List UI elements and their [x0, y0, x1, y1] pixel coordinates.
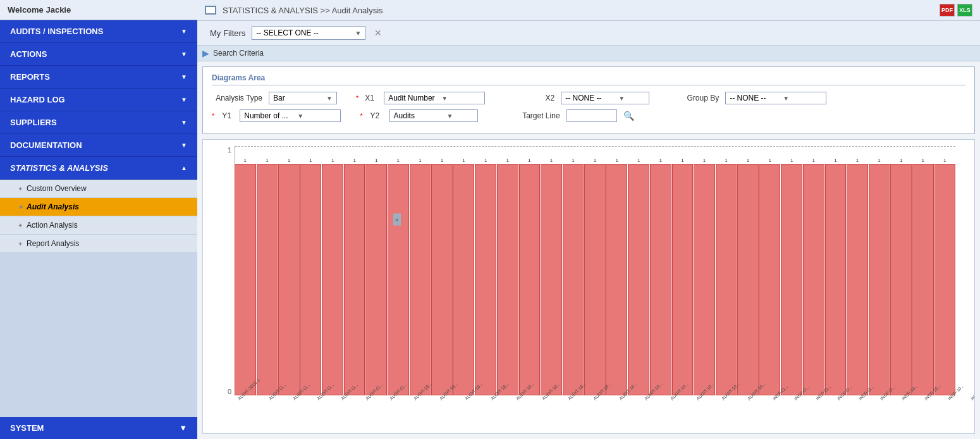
filter-clear-button[interactable]: ✕ — [374, 28, 382, 38]
x-label-wrapper: INSP-10... — [898, 398, 921, 402]
sidebar-header: Welcome Jackie — [0, 0, 197, 20]
sidebar-item-hazard[interactable]: HAZARD LOG ▼ — [0, 89, 197, 111]
x-label-wrapper: INSP-10... — [967, 398, 975, 402]
chevron-icon: ▼ — [181, 51, 187, 58]
bullet-icon: ✦ — [18, 204, 23, 211]
x-label-wrapper: AUDIT-10... — [641, 398, 667, 402]
x-label-wrapper: INSP-O... — [877, 398, 898, 402]
breadcrumb: STATISTICS & ANALYSIS >> Audit Analysis — [205, 6, 383, 15]
sidebar-item-reports[interactable]: REPORTS ▼ — [0, 66, 197, 89]
target-line-input[interactable] — [567, 109, 617, 122]
sidebar-collapse-button[interactable]: « — [393, 214, 401, 226]
search-criteria-toggle[interactable]: ▶ — [202, 48, 209, 58]
sidebar-label-actions: ACTIONS — [10, 49, 47, 59]
x-label-wrapper: AUDIT-10... — [513, 398, 539, 402]
y2-select[interactable]: Audits ▼ — [389, 109, 478, 122]
bar-wrapper: 1 — [278, 146, 300, 395]
sub-item-label-audit: Audit Analysis — [27, 202, 79, 211]
target-line-label: Target Line — [510, 111, 560, 120]
bar — [475, 164, 496, 395]
sidebar-label-hazard: HAZARD LOG — [10, 95, 65, 104]
sidebar-item-documentation[interactable]: DOCUMENTATION ▼ — [0, 134, 197, 157]
bar-wrapper: 1 — [606, 146, 628, 395]
x2-select[interactable]: -- NONE -- ▼ — [561, 92, 649, 104]
bar — [759, 164, 781, 395]
x-label-wrapper: AUDIT-10... — [590, 398, 616, 402]
bar-wrapper: 1 — [628, 146, 649, 395]
bar-top-label: 1 — [921, 158, 924, 163]
search-criteria-bar: ▶ Search Criteria — [197, 46, 980, 61]
x1-asterisk: * — [356, 94, 358, 102]
bar-wrapper: 1 — [869, 146, 890, 395]
group-by-select[interactable]: -- NONE -- ▼ — [725, 92, 826, 104]
sidebar-item-system[interactable]: SYSTEM ▼ — [0, 417, 197, 439]
bar-top-label: 1 — [856, 158, 859, 163]
bar — [519, 164, 541, 395]
bar-top-label: 1 — [506, 158, 509, 163]
sidebar-item-actions[interactable]: ACTIONS ▼ — [0, 43, 197, 66]
xls-label: XLS — [959, 7, 971, 13]
bar-wrapper: 1 — [694, 146, 715, 395]
bar-top-label: 1 — [878, 158, 880, 163]
bar-wrapper: 1 — [563, 146, 584, 395]
bar-wrapper: 1 — [300, 146, 322, 395]
bar — [388, 164, 409, 395]
bar-top-label: 1 — [419, 158, 421, 163]
x-label-wrapper: AUDIT-10... — [539, 398, 565, 402]
sidebar-item-report-analysis[interactable]: ✦ Report Analysis — [0, 235, 197, 253]
bar — [650, 164, 671, 395]
search-icon[interactable]: 🔍 — [623, 111, 634, 121]
x1-select[interactable]: Audit Number ▼ — [384, 92, 485, 104]
bar-wrapper: 1 — [453, 146, 475, 395]
sidebar-item-audit-analysis[interactable]: ✦ Audit Analysis — [0, 198, 197, 216]
x-label-wrapper: AUDIT-10... — [616, 398, 642, 402]
bar — [563, 164, 584, 395]
sidebar-item-custom-overview[interactable]: ✦ Custom Overview — [0, 180, 197, 198]
x-label-wrapper: AUDIT-O... — [314, 398, 338, 402]
x-label-wrapper: AUDIT-O... — [362, 398, 386, 402]
y2-label: Y2 — [371, 111, 383, 120]
bar-top-label: 1 — [572, 158, 574, 163]
bar — [584, 164, 606, 395]
chevron-icon: ▼ — [181, 28, 187, 35]
bar-wrapper: 1 — [365, 146, 387, 395]
xls-export-button[interactable]: XLS — [957, 4, 972, 16]
x-label-wrapper: AUDIT-2015-1 — [235, 398, 266, 402]
bar-top-label: 1 — [331, 158, 334, 163]
bar — [890, 164, 912, 395]
sidebar-item-statistics[interactable]: STATISTICS & ANALYSIS ▲ — [0, 157, 197, 180]
system-label: SYSTEM — [10, 423, 44, 433]
y1-select[interactable]: Number of ... ▼ — [240, 109, 341, 122]
analysis-type-select[interactable]: Bar ▼ — [269, 92, 337, 104]
bar — [912, 164, 934, 395]
x2-label: X2 — [504, 94, 554, 102]
bar — [694, 164, 715, 395]
bar — [628, 164, 649, 395]
bar-wrapper: 1 — [410, 146, 431, 395]
group-by-arrow: ▼ — [783, 95, 789, 102]
bars-container: 111111111111111111111111111111111 — [235, 146, 955, 395]
sidebar-item-suppliers[interactable]: SUPPLIERS ▼ — [0, 111, 197, 134]
bullet-icon: ✦ — [18, 240, 23, 247]
bar-top-label: 1 — [484, 158, 487, 163]
bar-wrapper: 1 — [388, 146, 409, 395]
x-label-wrapper: AUDIT-O... — [266, 398, 290, 402]
bar-top-label: 1 — [441, 158, 443, 163]
bar-wrapper: 1 — [431, 146, 453, 395]
x-label-wrapper: AUDIT-10... — [436, 398, 462, 402]
sidebar-item-action-analysis[interactable]: ✦ Action Analysis — [0, 216, 197, 235]
bar-wrapper: 1 — [650, 146, 671, 395]
sidebar-label-documentation: DOCUMENTATION — [10, 140, 82, 150]
diagrams-area: Diagrams Area Analysis Type Bar ▼ * X1 A… — [202, 66, 975, 134]
sidebar-label-suppliers: SUPPLIERS — [10, 118, 57, 127]
bar-wrapper: 1 — [541, 146, 562, 395]
pdf-export-button[interactable]: PDF — [940, 4, 955, 16]
bar-wrapper: 1 — [257, 146, 278, 395]
bar-top-label: 1 — [943, 158, 946, 163]
bar — [825, 164, 847, 395]
analysis-type-label: Analysis Type — [212, 94, 262, 102]
bar — [781, 164, 802, 395]
sidebar-item-audits[interactable]: AUDITS / INSPECTIONS ▼ — [0, 20, 197, 43]
sidebar-label-audits: AUDITS / INSPECTIONS — [10, 27, 103, 36]
filter-select[interactable]: -- SELECT ONE -- ▼ — [252, 26, 365, 40]
